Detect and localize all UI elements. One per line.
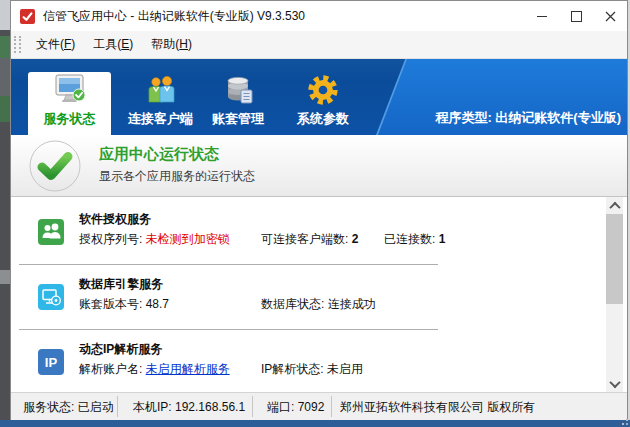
service-field: 账套版本号: 48.7 xyxy=(79,296,169,313)
service-field: 授权序列号: 未检测到加密锁 xyxy=(79,231,230,248)
vertical-scrollbar[interactable] xyxy=(606,197,623,392)
tab-account-sets[interactable]: 账套管理 xyxy=(200,59,276,135)
desktop-background-strip xyxy=(0,0,10,427)
license-users-icon xyxy=(38,219,64,245)
database-icon xyxy=(220,75,256,107)
scroll-up-button[interactable] xyxy=(606,197,623,214)
program-type-label: 程序类型: 出纳记账软件(专业版) xyxy=(435,109,621,127)
tab-service-status[interactable]: 服务状态 xyxy=(28,72,111,135)
service-field: 可连接客户端数: 2 xyxy=(261,231,358,248)
resize-grip[interactable] xyxy=(622,415,624,417)
menu-bar: 文件(F) 工具(E) 帮助(H) xyxy=(11,31,627,59)
enable-ip-service-link[interactable]: 未启用解析服务 xyxy=(146,362,230,376)
status-header: 应用中心运行状态 显示各个应用服务的运行状态 xyxy=(11,135,627,197)
status-bar: 服务状态: 已启动 本机IP: 192.168.56.1 端口: 7092 郑州… xyxy=(11,392,627,420)
minimize-button[interactable] xyxy=(525,1,559,31)
green-check-icon xyxy=(28,139,82,193)
service-name: 动态IP解析服务 xyxy=(79,341,162,358)
menu-tools[interactable]: 工具(E) xyxy=(84,32,142,57)
toolbar-gripper xyxy=(14,36,21,53)
gear-icon xyxy=(306,73,340,107)
copyright-segment: 郑州亚拓软件科技有限公司 版权所有 xyxy=(340,399,606,416)
row-divider xyxy=(19,329,438,330)
title-bar: 信管飞应用中心 - 出纳记账软件(专业版) V9.3.530 xyxy=(11,1,627,31)
service-field: 数据库状态: 连接成功 xyxy=(261,296,376,313)
header-title: 应用中心运行状态 xyxy=(99,145,219,164)
chevron-up-icon xyxy=(609,201,620,212)
service-field: 已连接数: 1 xyxy=(384,231,445,248)
database-engine-icon xyxy=(38,284,64,310)
close-button[interactable] xyxy=(593,1,627,31)
tab-label: 服务状态 xyxy=(44,110,96,128)
ip-icon: IP xyxy=(38,349,64,375)
clients-icon xyxy=(144,75,178,107)
main-toolbar: 服务状态 连接客户端 xyxy=(11,59,627,135)
maximize-icon xyxy=(571,11,582,22)
tab-connect-clients[interactable]: 连接客户端 xyxy=(121,59,200,135)
menu-help[interactable]: 帮助(H) xyxy=(142,32,201,57)
service-field: 解析账户名: 未启用解析服务 xyxy=(79,361,230,378)
maximize-button[interactable] xyxy=(559,1,593,31)
menu-file[interactable]: 文件(F) xyxy=(27,32,84,57)
app-logo-icon xyxy=(20,9,35,24)
chevron-down-icon xyxy=(609,376,620,387)
services-panel: 软件授权服务 授权序列号: 未检测到加密锁 可连接客户端数: 2 已连接数: 1… xyxy=(11,197,627,392)
segment-divider xyxy=(331,396,332,417)
segment-divider xyxy=(252,396,253,417)
segment-divider xyxy=(117,396,118,417)
monitor-check-icon xyxy=(51,73,89,107)
service-status-segment: 服务状态: 已启动 xyxy=(23,399,114,416)
scrollbar-thumb[interactable] xyxy=(606,214,623,304)
scroll-down-button[interactable] xyxy=(606,375,623,392)
app-window: 信管飞应用中心 - 出纳记账软件(专业版) V9.3.530 文件(F) 工具(… xyxy=(10,0,628,420)
close-icon xyxy=(605,11,616,22)
taskbar-strip xyxy=(0,420,630,427)
row-divider xyxy=(19,264,438,265)
service-name: 数据库引擎服务 xyxy=(79,276,163,293)
tab-system-params[interactable]: 系统参数 xyxy=(285,59,361,135)
tab-label: 连接客户端 xyxy=(128,110,193,128)
tab-label: 账套管理 xyxy=(212,110,264,128)
minimize-icon xyxy=(537,16,547,17)
service-field: IP解析状态: 未启用 xyxy=(261,361,363,378)
tab-label: 系统参数 xyxy=(297,110,349,128)
header-subtitle: 显示各个应用服务的运行状态 xyxy=(99,168,255,185)
local-ip-segment: 本机IP: 192.168.56.1 xyxy=(133,399,245,416)
alert-value: 未检测到加密锁 xyxy=(146,232,230,246)
service-name: 软件授权服务 xyxy=(79,211,151,228)
port-segment: 端口: 7092 xyxy=(267,399,324,416)
desktop-screen: 信管飞应用中心 - 出纳记账软件(专业版) V9.3.530 文件(F) 工具(… xyxy=(0,0,630,427)
window-title: 信管飞应用中心 - 出纳记账软件(专业版) V9.3.530 xyxy=(43,8,305,25)
